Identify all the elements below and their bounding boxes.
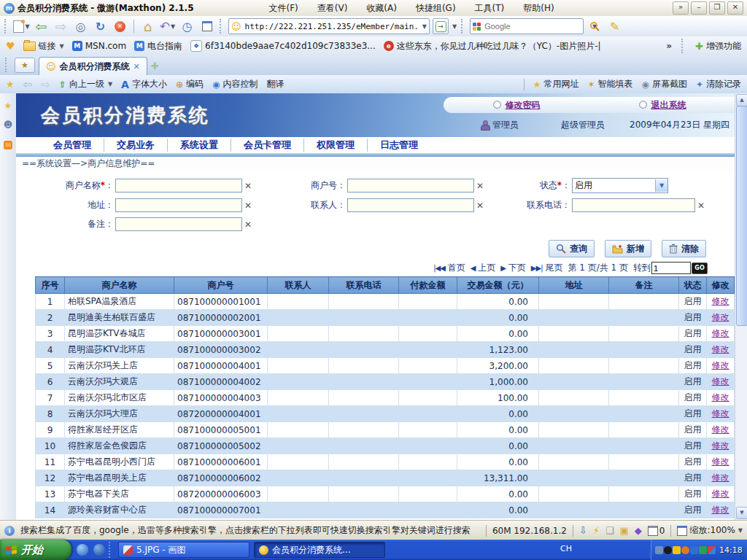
bookmark-links-folder[interactable]: 链接▼ <box>23 40 64 52</box>
merchant-no-input[interactable] <box>347 179 474 192</box>
boost-icon[interactable]: ⚡ <box>593 525 600 536</box>
tray-display-icon[interactable] <box>708 546 716 554</box>
address-input[interactable] <box>115 198 242 212</box>
goto-page-input[interactable] <box>651 262 691 274</box>
forward-button[interactable]: ⇨ <box>53 18 69 35</box>
modify-link[interactable]: 修改 <box>712 505 729 515</box>
sidebar-contacts-icon[interactable]: ☻ <box>4 120 13 130</box>
bookmark-hash[interactable]: ❖6f3140bde9aae7c402d109c73833e3... <box>190 40 376 52</box>
home-button[interactable]: ⌂ <box>139 18 156 35</box>
nav-item[interactable]: 系统设置 <box>167 139 231 152</box>
clear-history-button[interactable]: ✦清除记录 <box>696 78 741 90</box>
refresh-button[interactable]: ↻ <box>92 18 109 35</box>
menu-item[interactable]: 收藏(A) <box>357 1 406 16</box>
tab-active[interactable]: ☺ 会员积分消费系统 ✕ <box>39 57 147 75</box>
scroll-up-icon[interactable]: ▲ <box>736 94 747 106</box>
nav-item[interactable]: 日志管理 <box>367 139 430 152</box>
language-indicator[interactable]: CH <box>560 544 572 553</box>
zoom-control[interactable]: 缩放:100%▼ <box>677 524 743 537</box>
modify-link[interactable]: 修改 <box>712 472 729 483</box>
panels-button[interactable] <box>198 18 215 35</box>
plugin-icon[interactable]: ◆ <box>635 525 642 536</box>
remark-input[interactable] <box>115 217 242 231</box>
status-select[interactable]: 启用▼ <box>572 178 668 193</box>
popup-blocker[interactable]: 0 <box>648 526 665 536</box>
go-page-button[interactable]: GO <box>692 262 708 274</box>
modify-link[interactable]: 修改 <box>712 424 729 435</box>
go-dropdown-icon[interactable]: ▼ <box>452 23 457 30</box>
tray-pet-icon[interactable] <box>681 546 689 554</box>
nav-item[interactable]: 会员卡管理 <box>231 139 303 152</box>
clear-button[interactable]: 清除 <box>662 240 706 257</box>
modify-link[interactable]: 修改 <box>712 376 729 386</box>
page-forward-icon[interactable]: ⇨ <box>41 78 50 91</box>
bookmark-msn[interactable]: MMSN.com <box>72 41 126 51</box>
contact-input[interactable] <box>347 198 474 212</box>
highlight-button[interactable]: ✎ <box>606 18 623 35</box>
scroll-thumb[interactable] <box>736 106 747 326</box>
go-button[interactable]: → <box>433 18 449 34</box>
nav-item[interactable]: 交易业务 <box>104 139 167 152</box>
smart-fill-button[interactable]: ✶智能填表 <box>587 78 632 90</box>
favorites-panel-button[interactable]: ★ <box>15 58 35 73</box>
restore-button[interactable]: ❐ <box>709 1 725 15</box>
search-go-button[interactable] <box>587 18 603 35</box>
undo-button[interactable]: ↶▼ <box>159 18 176 35</box>
modify-link[interactable]: 修改 <box>712 344 729 354</box>
modify-link[interactable]: 修改 <box>712 440 729 451</box>
favorites-heart-icon[interactable]: ♥ <box>6 40 15 52</box>
logout-link[interactable]: 退出系统 <box>639 99 686 112</box>
url-input[interactable] <box>244 21 419 32</box>
menu-item[interactable]: 查看(V) <box>308 1 357 16</box>
nav-item[interactable]: 权限管理 <box>303 139 367 152</box>
scroll-down-icon[interactable]: ▼ <box>736 507 747 519</box>
page-favorite-star-icon[interactable]: ★ <box>6 79 15 90</box>
common-sites-button[interactable]: ★常用网址 <box>533 78 579 90</box>
quicklaunch-browser-icon[interactable] <box>93 544 105 556</box>
tray-shield-icon[interactable] <box>673 546 681 554</box>
stop-button[interactable]: ✕ <box>112 18 128 35</box>
modify-link[interactable]: 修改 <box>712 392 729 402</box>
vertical-scrollbar[interactable]: ▲ ▼ <box>735 93 747 520</box>
history-clock-button[interactable]: ◷ <box>179 18 196 35</box>
skin-button[interactable]: » <box>673 1 689 15</box>
tray-network-icon[interactable] <box>690 546 698 554</box>
menu-item[interactable]: 工具(T) <box>465 1 514 16</box>
modify-link[interactable]: 修改 <box>712 296 729 306</box>
new-tab-button[interactable]: ▼ <box>13 18 30 35</box>
modify-link[interactable]: 修改 <box>712 312 729 322</box>
search-input[interactable] <box>483 21 589 31</box>
minimize-button[interactable]: – <box>691 1 707 15</box>
address-dropdown-icon[interactable]: ▼ <box>422 23 427 30</box>
menu-item[interactable]: 快捷组(G) <box>406 1 465 16</box>
add-button[interactable]: 新增 <box>605 240 651 257</box>
close-button[interactable]: ✕ <box>727 1 743 15</box>
history-dropdown-button[interactable]: ◎ <box>72 18 89 35</box>
download-icon[interactable]: ⇩ <box>579 525 587 536</box>
menu-item[interactable]: 帮助(H) <box>514 1 563 16</box>
query-button[interactable]: 查询 <box>549 240 595 257</box>
content-control-button[interactable]: ◉内容控制 <box>212 78 258 90</box>
clear-field-icon[interactable]: ✕ <box>244 219 252 230</box>
translate-button[interactable]: 翻译 <box>266 78 284 90</box>
task-member-system-button[interactable]: 会员积分消费系统... <box>254 542 385 558</box>
clear-field-icon[interactable]: ✕ <box>244 181 252 191</box>
up-level-button[interactable]: ⇧向上一级▼ <box>59 78 112 90</box>
nav-item[interactable]: 会员管理 <box>41 139 104 152</box>
tray-security-icon[interactable] <box>699 546 707 554</box>
font-size-button[interactable]: A字体大小 <box>121 78 167 90</box>
clear-field-icon[interactable]: ✕ <box>244 201 252 211</box>
modify-link[interactable]: 修改 <box>712 489 729 499</box>
bookmark-radio-guide[interactable]: M电台指南 <box>134 40 182 52</box>
clear-field-icon[interactable]: ✕ <box>476 201 484 211</box>
encoding-button[interactable]: ⊕编码 <box>176 78 204 90</box>
modify-link[interactable]: 修改 <box>712 408 729 419</box>
enhance-features-button[interactable]: ✚增强功能 <box>695 40 741 52</box>
merchant-name-input[interactable] <box>115 179 242 192</box>
prev-page-button[interactable]: ◀ 上页 <box>471 262 496 274</box>
modify-link[interactable]: 修改 <box>712 456 729 467</box>
sidebar-favorites-icon[interactable]: ★ <box>4 101 12 111</box>
modify-link[interactable]: 修改 <box>712 328 729 338</box>
modify-link[interactable]: 修改 <box>712 360 729 370</box>
address-bar[interactable]: ☺ ▼ <box>228 18 430 34</box>
